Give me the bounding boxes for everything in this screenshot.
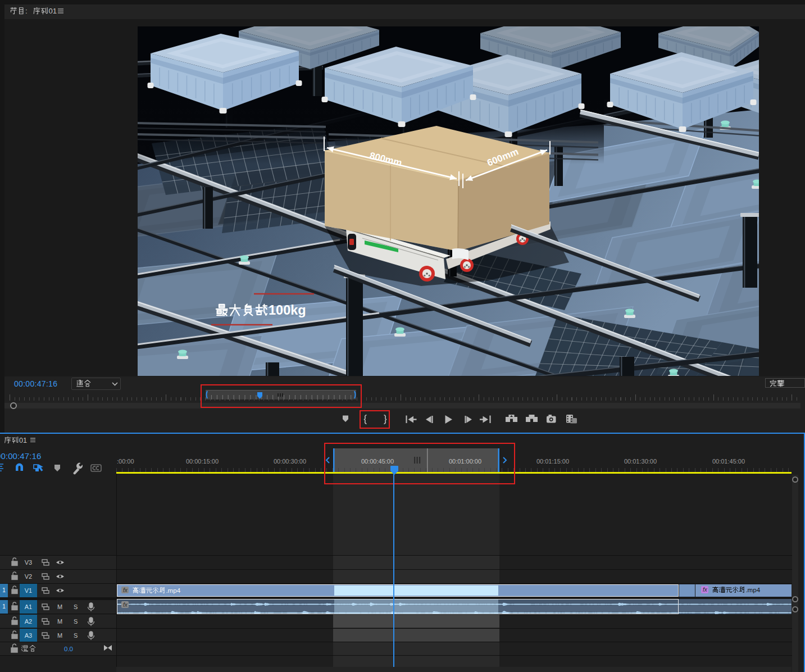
svg-text:V3: V3 [25,559,32,566]
svg-text:V1: V1 [25,587,32,594]
svg-text:A1: A1 [25,603,32,610]
svg-text:fx: fx [703,587,708,593]
svg-text:00:01:30:00: 00:01:30:00 [624,458,657,465]
svg-text:A2: A2 [25,618,32,625]
svg-text:fx: fx [123,602,128,608]
svg-text:.mp4: .mp4 [166,587,180,594]
svg-text:M: M [57,632,62,639]
svg-text:A3: A3 [25,632,32,639]
svg-text:00:01:45:00: 00:01:45:00 [712,458,745,465]
svg-text:V2: V2 [25,573,32,580]
svg-text:S: S [74,603,78,610]
svg-text:M: M [57,618,62,625]
svg-text:fx: fx [123,587,128,593]
svg-text:00:00:30:00: 00:00:30:00 [274,458,306,465]
svg-text::00:00: :00:00 [117,458,134,465]
svg-text:S: S [74,618,78,625]
svg-text:0.0: 0.0 [64,646,73,652]
svg-text:M: M [57,603,62,610]
svg-text:.mp4: .mp4 [745,586,760,593]
svg-text:00:00:15:00: 00:00:15:00 [186,458,219,465]
svg-text:S: S [74,632,78,639]
svg-text:00:01:15:00: 00:01:15:00 [536,458,569,465]
